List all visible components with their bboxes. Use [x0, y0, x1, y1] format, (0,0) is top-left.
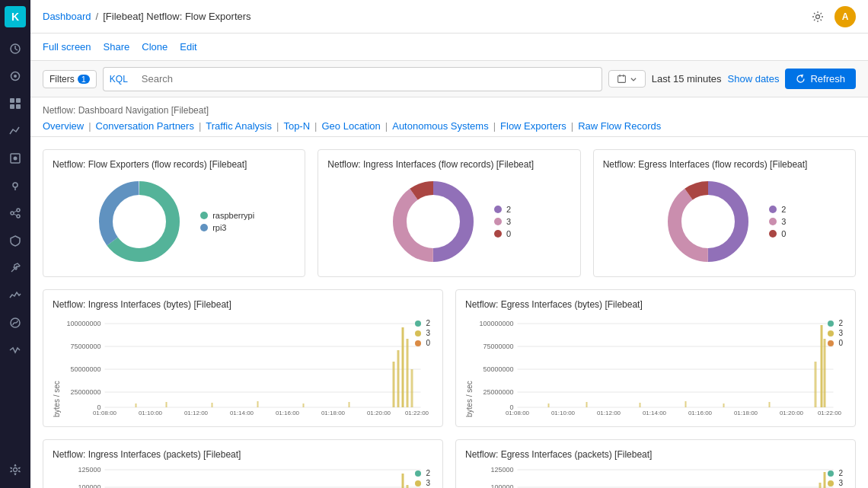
svg-text:100000000: 100000000 [479, 320, 513, 327]
flow-exporters-donut-wrap: raspberrypi rpi3 [53, 176, 295, 267]
svg-text:01:18:00: 01:18:00 [321, 410, 346, 415]
sidebar-item-monitoring[interactable] [3, 283, 27, 308]
svg-text:01:22:00: 01:22:00 [818, 410, 842, 415]
svg-rect-55 [166, 402, 168, 407]
nav-overview[interactable]: Overview [43, 120, 84, 132]
sidebar: K [0, 0, 30, 488]
app-logo[interactable]: K [5, 6, 26, 27]
egress-packets-legend: 2 3 0 [828, 469, 843, 488]
svg-text:50000000: 50000000 [70, 365, 101, 373]
svg-rect-96 [407, 485, 409, 488]
sidebar-item-dashboard[interactable] [3, 91, 27, 116]
fullscreen-link[interactable]: Full screen [43, 41, 91, 53]
ingress-bytes-legend: 2 3 0 [415, 319, 430, 347]
svg-text:01:14:00: 01:14:00 [230, 410, 254, 415]
clone-link[interactable]: Clone [142, 41, 168, 53]
ingress-packets-legend: 2 3 0 [415, 469, 430, 488]
sidebar-item-clock[interactable] [3, 37, 27, 61]
nav-top-n[interactable]: Top-N [283, 120, 310, 132]
svg-text:01:10:00: 01:10:00 [551, 410, 576, 415]
svg-text:01:08:00: 01:08:00 [506, 410, 530, 415]
filters-label: Filters [49, 74, 75, 85]
svg-text:01:20:00: 01:20:00 [367, 410, 391, 415]
main-content: Dashboard / [Filebeat] Netflow: Flow Exp… [30, 0, 868, 488]
svg-rect-79 [824, 339, 826, 407]
svg-point-19 [816, 14, 820, 18]
ingress-interfaces-flow-legend: 2 3 0 [494, 205, 511, 238]
dashboard-nav-title: Netflow: Dashboard Navigation [Filebeat] [43, 105, 856, 116]
time-picker-button[interactable] [608, 70, 646, 88]
ingress-bytes-title: Netflow: Ingress Interfaces (bytes) [Fil… [53, 299, 433, 310]
breadcrumb-dashboard-link[interactable]: Dashboard [43, 11, 91, 22]
ingress-packets-chart: 125000 100000 75000 50000 [65, 466, 433, 488]
svg-text:100000: 100000 [490, 483, 513, 488]
ingress-interfaces-donut-wrap: 2 3 0 [327, 176, 570, 267]
egress-interfaces-flow-title: Netflow: Egress Interfaces (flow records… [603, 159, 846, 170]
svg-text:01:08:00: 01:08:00 [93, 410, 117, 415]
nav-geo-location[interactable]: Geo Location [321, 120, 380, 132]
sidebar-item-apm[interactable] [3, 311, 27, 335]
nav-conversation-partners[interactable]: Conversation Partners [96, 120, 194, 132]
svg-point-10 [14, 157, 18, 161]
filters-badge[interactable]: Filters 1 [43, 70, 97, 88]
edit-link[interactable]: Edit [180, 41, 196, 53]
svg-text:125000: 125000 [78, 466, 101, 474]
svg-rect-78 [821, 325, 823, 407]
settings-icon[interactable] [807, 6, 828, 27]
svg-text:100000: 100000 [78, 483, 101, 488]
svg-rect-57 [257, 401, 259, 407]
svg-rect-56 [212, 403, 213, 407]
ingress-bytes-panel: Netflow: Ingress Interfaces (bytes) [Fil… [43, 289, 443, 427]
nav-autonomous-systems[interactable]: Autonomous Systems [392, 120, 488, 132]
time-filter: Last 15 minutes Show dates [608, 70, 780, 88]
sidebar-item-visualize[interactable] [3, 119, 27, 143]
show-dates-link[interactable]: Show dates [728, 73, 780, 85]
svg-point-13 [17, 209, 20, 212]
sidebar-item-discover[interactable] [3, 64, 27, 88]
flow-exporters-panel: Netflow: Flow Exporters (flow records) [… [43, 149, 305, 277]
sidebar-item-settings[interactable] [3, 458, 27, 482]
user-avatar[interactable]: A [834, 6, 856, 27]
kql-label[interactable]: KQL [103, 67, 134, 91]
svg-rect-5 [10, 98, 14, 103]
svg-rect-85 [723, 403, 725, 407]
svg-line-2 [15, 49, 18, 50]
page-title: [Filebeat] Netflow: Flow Exporters [103, 11, 251, 22]
egress-packets-y-label: pkts / sec [465, 466, 474, 488]
legend-egress-2: 2 [769, 205, 786, 214]
donut-charts-row: Netflow: Flow Exporters (flow records) [… [43, 149, 856, 277]
egress-packets-panel: Netflow: Egress Interfaces (packets) [Fi… [455, 439, 856, 488]
svg-rect-80 [815, 362, 817, 407]
ingress-packets-title: Netflow: Ingress Interfaces (packets) [F… [53, 449, 433, 460]
share-link[interactable]: Share [104, 41, 130, 53]
nav-traffic-analysis[interactable]: Traffic Analysis [206, 120, 272, 132]
sidebar-item-siem[interactable] [3, 228, 27, 253]
ingress-packets-y-label: pkts / sec [53, 466, 61, 488]
filters-count: 1 [78, 75, 90, 84]
egress-interfaces-flow-legend: 2 3 0 [769, 205, 786, 238]
sidebar-item-ml[interactable] [3, 201, 27, 225]
sidebar-item-devtools[interactable] [3, 256, 27, 280]
dashboard-nav-links: Overview | Conversation Partners | Traff… [43, 120, 856, 132]
nav-flow-exporters[interactable]: Flow Exporters [500, 120, 566, 132]
legend-egress-0: 0 [769, 229, 786, 238]
svg-text:01:16:00: 01:16:00 [688, 410, 713, 415]
bytes-charts-row: Netflow: Ingress Interfaces (bytes) [Fil… [43, 289, 856, 427]
ingress-bytes-y-label: bytes / sec [53, 316, 61, 417]
svg-rect-49 [393, 362, 395, 407]
svg-rect-108 [824, 472, 826, 488]
svg-text:01:12:00: 01:12:00 [597, 410, 621, 415]
nav-raw-flow-records[interactable]: Raw Flow Records [578, 120, 661, 132]
flow-exporters-legend: raspberrypi rpi3 [200, 211, 254, 232]
sidebar-item-canvas[interactable] [3, 146, 27, 171]
search-input[interactable] [134, 67, 602, 91]
legend-ingress-0: 0 [494, 229, 511, 238]
topbar: Dashboard / [Filebeat] Netflow: Flow Exp… [30, 0, 868, 33]
svg-line-16 [14, 214, 17, 215]
sidebar-item-uptime[interactable] [3, 338, 27, 362]
svg-point-14 [17, 215, 20, 218]
svg-rect-53 [411, 369, 413, 407]
refresh-button[interactable]: Refresh [785, 69, 856, 89]
ingress-interfaces-flow-title: Netflow: Ingress Interfaces (flow record… [327, 159, 570, 170]
sidebar-item-maps[interactable] [3, 174, 27, 198]
